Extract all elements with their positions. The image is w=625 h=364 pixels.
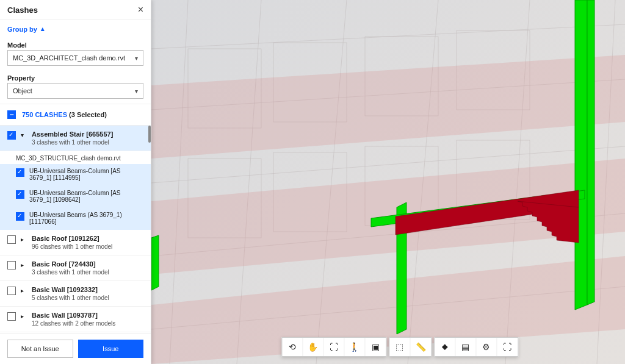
section-icon[interactable]: ▣ [365, 338, 386, 356]
group-title: Assembled Stair [665557] [32, 130, 143, 138]
chevron-right-icon[interactable]: ▸ [21, 236, 27, 243]
child-title: UB-Universal Beams-Column [AS 3679_1] [1… [29, 168, 143, 181]
svg-marker-24 [587, 0, 594, 305]
child-title: UB-Universal Beams (AS 3679_1) [1117066] [29, 212, 143, 225]
group-title: Basic Roof [1091262] [32, 235, 143, 242]
clash-group-row[interactable]: ▸ Basic Roof [724430] 3 clashes with 1 o… [0, 255, 151, 281]
checkbox[interactable] [7, 287, 16, 295]
model-label: Model [0, 38, 151, 50]
model-select[interactable]: MC_3D_ARCHITECT_clash demo.rvt ▾ [7, 50, 143, 66]
measure-icon[interactable]: 📏 [410, 338, 431, 356]
clash-list[interactable]: ▾ Assembled Stair [665557] 3 clashes wit… [0, 126, 151, 334]
checkbox[interactable] [7, 235, 16, 244]
clash-group-row[interactable]: ▸ Basic Roof [1091262] 96 clashes with 1… [0, 230, 151, 255]
model-tree-icon[interactable]: ⯁ [435, 338, 455, 356]
svg-marker-19 [151, 55, 625, 159]
chevron-down-icon: ▾ [135, 55, 138, 62]
chevron-right-icon[interactable]: ▸ [21, 313, 27, 319]
indeterminate-checkbox[interactable]: − [7, 110, 16, 119]
chevron-right-icon[interactable]: ▸ [21, 287, 27, 294]
clash-group-row[interactable]: ▾ Assembled Stair [665557] 3 clashes wit… [0, 126, 151, 151]
property-label: Property [0, 71, 151, 83]
not-an-issue-button[interactable]: Not an Issue [7, 340, 73, 358]
group-subtitle: 3 clashes with 1 other model [32, 269, 143, 276]
checkbox[interactable] [16, 168, 24, 177]
chevron-up-icon: ▴ [41, 25, 45, 33]
svg-marker-25 [151, 235, 159, 290]
checkbox[interactable] [16, 212, 24, 221]
close-icon[interactable]: × [138, 5, 143, 15]
selected-count: (3 Selected) [69, 111, 107, 118]
panel-title: Clashes [7, 5, 38, 15]
clash-group-row[interactable]: ▸ Basic Wall [1093787] 12 clashes with 2… [0, 307, 151, 332]
group-by-label: Group by [7, 26, 37, 33]
checkbox[interactable] [7, 261, 16, 269]
orbit-icon[interactable]: ⟲ [282, 338, 303, 356]
group-title: Basic Wall [1093787] [32, 312, 143, 319]
model-viewport[interactable]: ⟲ ✋ ⛶ 🚶 ▣ ⬚ 📏 ⯁ ▤ ⚙ ⛶ [151, 0, 625, 364]
clash-summary: − 750 CLASHES (3 Selected) [0, 104, 151, 126]
group-subtitle: 96 clashes with 1 other model [32, 243, 143, 250]
model-svg [151, 0, 625, 364]
group-title: Basic Roof [724430] [32, 260, 143, 268]
sheets-icon[interactable]: ▤ [455, 338, 476, 356]
clash-child-row[interactable]: UB-Universal Beams-Column [AS 3679_1] [1… [0, 164, 151, 186]
fullscreen-icon[interactable]: ⛶ [497, 338, 518, 356]
footer-actions: Not an Issue Issue [0, 334, 151, 364]
group-subtitle: 3 clashes with 1 other model [32, 139, 143, 146]
property-value: Object [13, 87, 32, 95]
checkbox[interactable] [7, 131, 16, 140]
chevron-down-icon: ▾ [135, 88, 138, 95]
group-title: Basic Wall [1092332] [32, 286, 143, 293]
scrollbar-thumb[interactable] [148, 126, 151, 143]
child-model-label: MC_3D_STRUCTURE_clash demo.rvt [0, 151, 151, 164]
issue-button[interactable]: Issue [78, 340, 144, 358]
viewer-toolbar: ⟲ ✋ ⛶ 🚶 ▣ ⬚ 📏 ⯁ ▤ ⚙ ⛶ [281, 337, 518, 357]
property-select[interactable]: Object ▾ [7, 83, 143, 99]
clashes-panel: Clashes × Group by ▴ Model MC_3D_ARCHITE… [0, 0, 151, 364]
settings-icon[interactable]: ⚙ [476, 338, 497, 356]
group-subtitle: 5 clashes with 1 other model [32, 294, 143, 301]
pan-icon[interactable]: ✋ [303, 338, 323, 356]
clash-child-row[interactable]: UB-Universal Beams (AS 3679_1) [1117066] [0, 208, 151, 230]
chevron-down-icon[interactable]: ▾ [21, 132, 27, 138]
child-title: UB-Universal Beams-Column [AS 3679_1] [1… [29, 190, 143, 203]
clash-count: 750 CLASHES [22, 111, 67, 118]
group-subtitle: 12 clashes with 2 other models [32, 320, 143, 327]
svg-marker-23 [575, 0, 587, 310]
clash-group-row[interactable]: ▸ Basic Wall [1092332] 5 clashes with 1 … [0, 281, 151, 307]
model-value: MC_3D_ARCHITECT_clash demo.rvt [13, 54, 125, 62]
clash-child-row[interactable]: UB-Universal Beams-Column [AS 3679_1] [1… [0, 186, 151, 208]
walk-icon[interactable]: 🚶 [344, 338, 365, 356]
chevron-right-icon[interactable]: ▸ [21, 262, 27, 268]
cube-icon[interactable]: ⬚ [389, 338, 410, 356]
fit-view-icon[interactable]: ⛶ [323, 338, 344, 356]
group-by-toggle[interactable]: Group by ▴ [0, 20, 151, 38]
checkbox[interactable] [16, 190, 24, 199]
checkbox[interactable] [7, 312, 16, 321]
